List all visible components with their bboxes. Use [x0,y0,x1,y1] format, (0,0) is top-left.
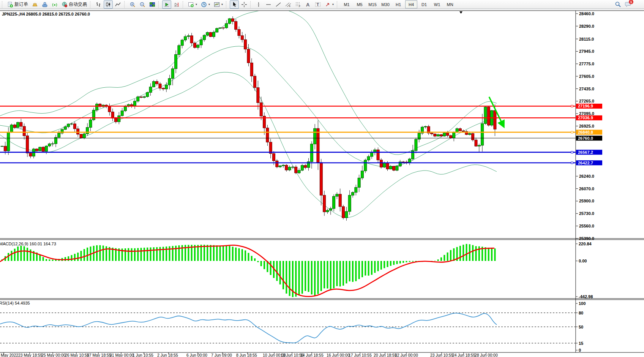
macd-axis-label: -442.98 [579,294,593,299]
autotrading-button[interactable]: 自动交易 [60,0,88,9]
indicators-icon [188,2,194,8]
horizontal-line-button[interactable] [264,0,273,9]
rsi-axis-label: 50 [579,325,583,329]
arrows-icon [325,2,331,8]
time-axis-label: 20 Jun 18:55 [374,353,397,357]
cursor-icon [231,2,237,8]
templates-button[interactable]: ▾ [212,0,224,9]
timeframe-button-h1[interactable]: H1 [392,0,404,8]
bar-chart-button[interactable] [94,0,103,9]
time-axis-label: 2 Jun 18:55 [157,353,178,357]
level-price-tag: 26422.7 [578,161,593,165]
doc-plus-icon [7,2,13,8]
navigator-button[interactable] [50,0,59,9]
chart-canvas[interactable]: 28460.028290.028115.027945.027775.027605… [0,9,644,357]
price-tick-label: 27605.0 [579,74,594,79]
autoscroll-icon [164,2,170,8]
svg-text:E: E [289,5,290,7]
search-button[interactable] [613,0,623,9]
auto-scroll-button[interactable] [162,0,171,9]
price-tick-label: 27775.0 [579,62,594,66]
zoom-in-button[interactable] [128,0,137,9]
candles [1,16,496,221]
toolbar-separator [250,1,253,8]
crosshair-button[interactable] [240,0,249,9]
rsi-axis-label: 80 [579,311,583,315]
candlestick-button[interactable] [104,0,113,9]
time-axis-label: 25 May 00:00 [41,353,66,357]
timeframe-button-h4[interactable]: H4 [405,0,417,8]
price-tick-label: 28460.0 [579,11,594,16]
trendline-icon [275,2,281,8]
chart-window[interactable]: 28460.028290.028115.027945.027775.027605… [0,9,644,357]
macd-axis-label: 0.00 [579,259,587,263]
timeframe-button-m1[interactable]: M1 [341,0,353,8]
toolbar-separator [90,1,92,8]
timeframe-button-w1[interactable]: W1 [431,0,443,8]
notifications-button[interactable]: 1 [623,0,633,9]
time-axis-label: 28 Jun 00:00 [475,353,498,357]
timeframe-button-m15[interactable]: M15 [366,0,379,8]
arrows-button[interactable]: ▾ [323,0,335,9]
chevron-down-icon: ▾ [221,3,223,6]
bollinger-bands [0,9,497,218]
line-chart-button[interactable] [114,0,123,9]
periods-button[interactable]: ▾ [199,0,212,9]
price-tick-label: 27435.0 [579,87,594,91]
price-tick-label: 27945.0 [579,49,594,54]
indicators-button[interactable]: ▾ [186,0,199,9]
time-axis-label: 16 Jun 00:00 [327,353,350,357]
time-axis-label: 1 Jun 10:55 [133,353,153,357]
time-axis-label: 8 Jun 18:55 [236,353,257,357]
chevron-down-icon: ▾ [196,3,197,6]
channel-button[interactable]: E [284,0,293,9]
chart-shift-button[interactable] [172,0,181,9]
toolbar-right-group: 1 [613,0,644,9]
tile-windows-button[interactable] [148,0,157,9]
person-icon [42,2,48,8]
time-axis-label: 7 Jun 09:00 [211,353,232,357]
time-axis-label: 23 Jun 10:55 [430,353,453,357]
level-price-tag: 26760.0 [578,136,593,141]
notify-icon: 1 [625,1,631,8]
price-tick-label: 26070.0 [579,186,594,191]
price-tick-label: 27095.0 [579,111,594,116]
zoom-out-button[interactable] [138,0,147,9]
channel-icon: E [285,2,291,8]
toolbar-separator [183,1,185,8]
rsi-axis-label: 100 [579,301,586,306]
text-button[interactable]: A [303,0,313,9]
rsi-indicator-label: RSI(14) 54.4935 [0,301,30,305]
text-label-button[interactable]: T [313,0,322,9]
timeframe-button-m5[interactable]: M5 [354,0,366,8]
template-icon [214,2,220,8]
rsi-axis-label: 15 [579,341,583,346]
candles-icon [105,2,111,8]
cursor-button[interactable] [230,0,239,9]
textlabel-icon: T [315,2,321,8]
price-tick-label: 28115.0 [579,37,594,41]
hline-icon [265,2,271,8]
svg-text:T: T [317,2,319,7]
gold-icon [32,2,38,8]
timeframe-button-mn[interactable]: MN [444,0,456,8]
level-price-tag: 27036.9 [578,115,593,120]
new-order-button-label: 新订单 [14,1,28,8]
new-order-button[interactable]: 新订单 [6,0,30,9]
timeframe-button-m30[interactable]: M30 [379,0,391,8]
vline-icon [256,2,262,8]
bollinger-lower-band [0,72,497,217]
clock-icon [201,2,207,8]
time-axis-label: 31 May 00:00 [110,353,134,357]
mt4-window: { "toolbar": { "new_order_label": "新订单",… [0,0,644,357]
time-axis-label: 14 Jun 18:55 [300,353,324,357]
toolbar-separator [158,1,161,8]
trendline-button[interactable] [274,0,283,9]
vertical-line-button[interactable] [254,0,263,9]
market-watch-button[interactable] [30,0,39,9]
rsi-panel: 1008050150RSI(14) 54.4935 [0,301,586,352]
timeframe-button-d1[interactable]: D1 [418,0,430,8]
data-window-button[interactable] [40,0,49,9]
fibonacci-button[interactable]: F [294,0,303,9]
search-icon [615,1,621,8]
